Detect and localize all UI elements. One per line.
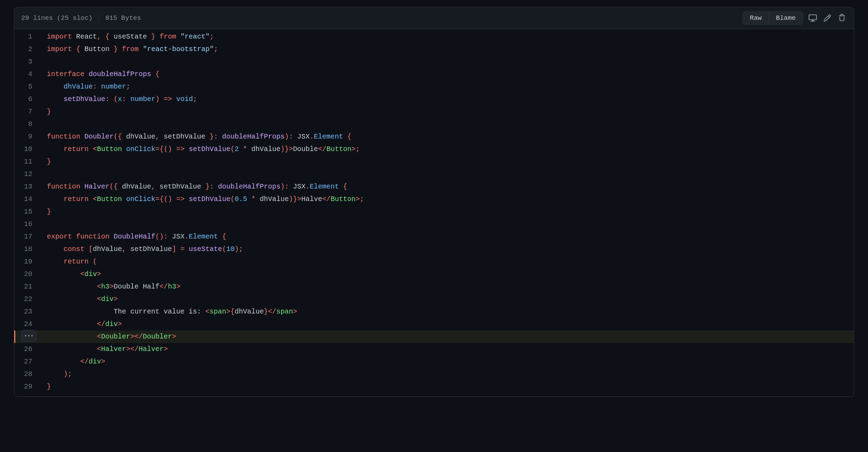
line-content[interactable]: <Halver></Halver> bbox=[39, 343, 854, 355]
line-number[interactable]: 4 bbox=[14, 68, 39, 81]
code-line[interactable]: 7} bbox=[14, 106, 854, 118]
line-number[interactable]: 9 bbox=[14, 131, 39, 143]
line-number[interactable]: 23 bbox=[14, 305, 39, 318]
code-line[interactable]: 11} bbox=[14, 156, 854, 168]
code-line[interactable]: 23 The current value is: <span>{dhValue}… bbox=[14, 305, 854, 318]
line-content[interactable]: import React, { useState } from "react"; bbox=[39, 31, 854, 43]
line-content[interactable]: </div> bbox=[39, 318, 854, 330]
code-line[interactable]: 29} bbox=[14, 380, 854, 393]
code-line[interactable]: 6 setDhValue: (x: number) => void; bbox=[14, 93, 854, 106]
line-number[interactable]: 26 bbox=[14, 343, 39, 355]
code-line[interactable]: 27 </div> bbox=[14, 355, 854, 368]
code-line[interactable]: 19 return ( bbox=[14, 256, 854, 268]
line-number[interactable]: 17 bbox=[14, 231, 39, 243]
line-content[interactable] bbox=[39, 56, 854, 68]
line-number[interactable]: 29 bbox=[14, 380, 39, 393]
code-line[interactable]: 25 <Doubler></Doubler> bbox=[14, 330, 854, 343]
code-line[interactable]: 20 <div> bbox=[14, 268, 854, 281]
kebab-icon[interactable] bbox=[21, 330, 36, 342]
line-number[interactable]: 18 bbox=[14, 243, 39, 256]
line-content[interactable]: export function DoubleHalf(): JSX.Elemen… bbox=[39, 231, 854, 243]
line-number[interactable]: 21 bbox=[14, 281, 39, 293]
line-content[interactable]: </div> bbox=[39, 355, 854, 368]
code-line[interactable]: 12 bbox=[14, 168, 854, 181]
line-content[interactable]: return <Button onClick={() => setDhValue… bbox=[39, 193, 854, 206]
code-line[interactable]: 22 <div> bbox=[14, 293, 854, 305]
line-number[interactable]: 8 bbox=[14, 118, 39, 131]
code-line[interactable]: 26 <Halver></Halver> bbox=[14, 343, 854, 355]
line-content[interactable]: return <Button onClick={() => setDhValue… bbox=[39, 143, 854, 156]
raw-blame-group: Raw Blame bbox=[743, 11, 803, 25]
code-line[interactable]: 13function Halver({ dhValue, setDhValue … bbox=[14, 181, 854, 193]
line-number[interactable]: 19 bbox=[14, 256, 39, 268]
line-number[interactable]: 13 bbox=[14, 181, 39, 193]
code-line[interactable]: 1import React, { useState } from "react"… bbox=[14, 31, 854, 43]
code-line[interactable]: 14 return <Button onClick={() => setDhVa… bbox=[14, 193, 854, 206]
code-line[interactable]: 4interface doubleHalfProps { bbox=[14, 68, 854, 81]
line-number[interactable]: 22 bbox=[14, 293, 39, 305]
line-content[interactable]: function Halver({ dhValue, setDhValue }:… bbox=[39, 181, 854, 193]
line-content[interactable]: } bbox=[39, 380, 854, 393]
code-line[interactable]: 24 </div> bbox=[14, 318, 854, 330]
line-content[interactable]: dhValue: number; bbox=[39, 81, 854, 93]
line-number[interactable]: 25 bbox=[14, 330, 39, 343]
line-number[interactable]: 2 bbox=[14, 43, 39, 56]
line-content[interactable]: function Doubler({ dhValue, setDhValue }… bbox=[39, 131, 854, 143]
code-line[interactable]: 2import { Button } from "react-bootstrap… bbox=[14, 43, 854, 56]
line-number[interactable]: 16 bbox=[14, 218, 39, 231]
line-content[interactable]: import { Button } from "react-bootstrap"… bbox=[39, 43, 854, 56]
line-content[interactable] bbox=[39, 218, 854, 231]
code-line[interactable]: 17export function DoubleHalf(): JSX.Elem… bbox=[14, 231, 854, 243]
file-header: 29 lines (25 sloc) 815 Bytes Raw Blame bbox=[14, 7, 854, 29]
line-content[interactable]: } bbox=[39, 106, 854, 118]
line-content[interactable] bbox=[39, 168, 854, 181]
raw-button[interactable]: Raw bbox=[743, 12, 769, 24]
line-number[interactable]: 7 bbox=[14, 106, 39, 118]
line-content[interactable]: <h3>Double Half</h3> bbox=[39, 281, 854, 293]
desktop-icon[interactable] bbox=[808, 13, 818, 23]
line-number[interactable]: 3 bbox=[14, 56, 39, 68]
line-number[interactable]: 12 bbox=[14, 168, 39, 181]
line-content[interactable]: interface doubleHalfProps { bbox=[39, 68, 854, 81]
line-content[interactable]: const [dhValue, setDhValue] = useState(1… bbox=[39, 243, 854, 256]
line-number[interactable]: 24 bbox=[14, 318, 39, 330]
line-number[interactable]: 14 bbox=[14, 193, 39, 206]
line-content[interactable]: return ( bbox=[39, 256, 854, 268]
line-content[interactable]: <div> bbox=[39, 293, 854, 305]
code-area[interactable]: 1import React, { useState } from "react"… bbox=[14, 29, 854, 396]
code-line[interactable]: 28 ); bbox=[14, 368, 854, 380]
code-line[interactable]: 8 bbox=[14, 118, 854, 131]
code-line[interactable]: 10 return <Button onClick={() => setDhVa… bbox=[14, 143, 854, 156]
line-number[interactable]: 20 bbox=[14, 268, 39, 281]
line-number[interactable]: 6 bbox=[14, 93, 39, 106]
trash-icon[interactable] bbox=[837, 13, 847, 23]
code-line[interactable]: 16 bbox=[14, 218, 854, 231]
code-line[interactable]: 3 bbox=[14, 56, 854, 68]
line-content[interactable]: } bbox=[39, 156, 854, 168]
line-content[interactable]: <div> bbox=[39, 268, 854, 281]
code-line[interactable]: 5 dhValue: number; bbox=[14, 81, 854, 93]
line-content[interactable] bbox=[39, 118, 854, 131]
code-line[interactable]: 15} bbox=[14, 206, 854, 218]
line-number[interactable]: 5 bbox=[14, 81, 39, 93]
pencil-icon[interactable] bbox=[822, 13, 832, 23]
lines-info: 29 lines (25 sloc) bbox=[21, 14, 92, 22]
line-content[interactable]: ); bbox=[39, 368, 854, 380]
line-content[interactable]: The current value is: <span>{dhValue}</s… bbox=[39, 305, 854, 318]
line-number[interactable]: 27 bbox=[14, 355, 39, 368]
line-content[interactable]: <Doubler></Doubler> bbox=[39, 330, 854, 343]
code-line[interactable]: 9function Doubler({ dhValue, setDhValue … bbox=[14, 131, 854, 143]
line-content[interactable]: } bbox=[39, 206, 854, 218]
file-box: 29 lines (25 sloc) 815 Bytes Raw Blame 1… bbox=[14, 7, 854, 397]
line-content[interactable]: setDhValue: (x: number) => void; bbox=[39, 93, 854, 106]
blame-button[interactable]: Blame bbox=[769, 12, 803, 24]
line-number[interactable]: 11 bbox=[14, 156, 39, 168]
code-line[interactable]: 18 const [dhValue, setDhValue] = useStat… bbox=[14, 243, 854, 256]
line-number[interactable]: 15 bbox=[14, 206, 39, 218]
line-number[interactable]: 10 bbox=[14, 143, 39, 156]
line-number[interactable]: 28 bbox=[14, 368, 39, 380]
code-line[interactable]: 21 <h3>Double Half</h3> bbox=[14, 281, 854, 293]
file-actions: Raw Blame bbox=[743, 11, 847, 25]
file-info: 29 lines (25 sloc) 815 Bytes bbox=[21, 14, 141, 22]
line-number[interactable]: 1 bbox=[14, 31, 39, 43]
